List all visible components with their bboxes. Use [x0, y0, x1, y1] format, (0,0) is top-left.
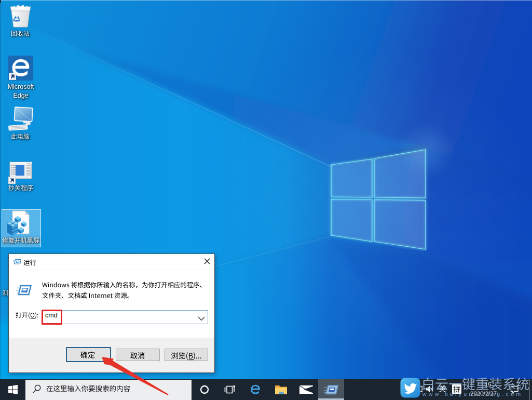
- svg-text:Edge: Edge: [13, 92, 28, 99]
- svg-text:Microsoft: Microsoft: [8, 83, 34, 90]
